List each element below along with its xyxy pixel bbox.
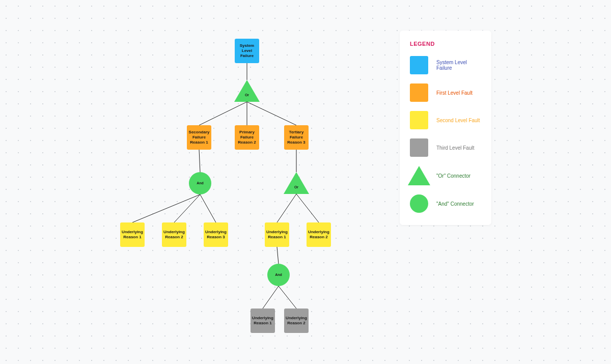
node-underlying-reason-l2[interactable]: Underlying Reason 2 <box>162 222 186 247</box>
node-label: Underlying Reason 1 <box>122 230 143 240</box>
svg-line-5 <box>132 194 200 222</box>
svg-line-4 <box>199 150 200 172</box>
legend-swatch-yellow <box>410 111 428 129</box>
node-label: Underlying Reason 1 <box>266 230 288 240</box>
legend-label: Second Level Fault <box>436 118 480 123</box>
or-connector-2[interactable]: Or <box>284 172 309 194</box>
diagram-canvas[interactable]: System Level Failure Or Secondary Failur… <box>0 0 611 364</box>
and-connector-1[interactable]: And <box>189 172 211 194</box>
svg-line-9 <box>277 194 296 222</box>
legend-row-or-connector: "Or" Connector <box>410 166 481 185</box>
legend-row-first-level: First Level Fault <box>410 83 481 102</box>
node-label: Underlying Reason 2 <box>308 230 329 240</box>
node-label: System Level Failure <box>237 43 257 59</box>
legend-swatch-triangle <box>408 166 430 185</box>
node-label: Underlying Reason 3 <box>205 230 227 240</box>
or-connector-1[interactable]: Or <box>234 80 260 102</box>
node-tertiary-failure-reason-3[interactable]: Tertiary Failure Reason 3 <box>284 125 309 150</box>
node-label: Underlying Reason 1 <box>252 316 273 326</box>
node-label: Tertiary Failure Reason 3 <box>286 130 307 145</box>
node-label: Underlying Reason 2 <box>163 230 185 240</box>
legend-label: First Level Fault <box>436 90 473 96</box>
legend-label: System Level Failure <box>436 60 481 71</box>
node-label: Primary Failure Reason 2 <box>237 130 257 145</box>
svg-line-3 <box>247 102 296 125</box>
node-underlying-reason-r2[interactable]: Underlying Reason 2 <box>307 222 331 247</box>
node-label: Underlying Reason 2 <box>286 316 307 326</box>
and-connector-label: And <box>275 273 282 277</box>
legend-row-system-level: System Level Failure <box>410 56 481 74</box>
legend-label: "Or" Connector <box>436 173 470 179</box>
legend-row-second-level: Second Level Fault <box>410 111 481 129</box>
legend-label: "And" Connector <box>436 201 474 207</box>
svg-line-10 <box>296 194 319 222</box>
legend-panel: LEGEND System Level Failure First Level … <box>400 31 491 225</box>
node-system-level-failure[interactable]: System Level Failure <box>235 39 259 63</box>
svg-line-1 <box>199 102 247 125</box>
node-secondary-failure-reason-1[interactable]: Secondary Failure Reason 1 <box>187 125 211 150</box>
svg-line-7 <box>200 194 216 222</box>
or-connector-label: Or <box>289 185 304 190</box>
legend-label: Third Level Fault <box>436 145 474 151</box>
legend-swatch-circle <box>410 194 428 213</box>
legend-row-and-connector: "And" Connector <box>410 194 481 213</box>
svg-line-13 <box>279 286 296 309</box>
legend-swatch-grey <box>410 138 428 157</box>
node-label: Secondary Failure Reason 1 <box>189 130 210 145</box>
svg-line-12 <box>263 286 279 309</box>
svg-line-11 <box>277 247 279 264</box>
node-underlying-reason-l3[interactable]: Underlying Reason 3 <box>204 222 228 247</box>
node-underlying-reason-r1[interactable]: Underlying Reason 1 <box>265 222 289 247</box>
node-underlying-reason-l1[interactable]: Underlying Reason 1 <box>120 222 145 247</box>
node-level3-reason-2[interactable]: Underlying Reason 2 <box>284 309 309 333</box>
legend-row-third-level: Third Level Fault <box>410 138 481 157</box>
node-level3-reason-1[interactable]: Underlying Reason 1 <box>251 309 275 333</box>
svg-line-6 <box>174 194 200 222</box>
and-connector-2[interactable]: And <box>267 264 290 286</box>
legend-title: LEGEND <box>410 41 481 47</box>
legend-swatch-blue <box>410 56 428 74</box>
and-connector-label: And <box>197 181 204 186</box>
legend-swatch-orange <box>410 83 428 102</box>
or-connector-label: Or <box>239 93 255 98</box>
node-primary-failure-reason-2[interactable]: Primary Failure Reason 2 <box>235 125 259 150</box>
